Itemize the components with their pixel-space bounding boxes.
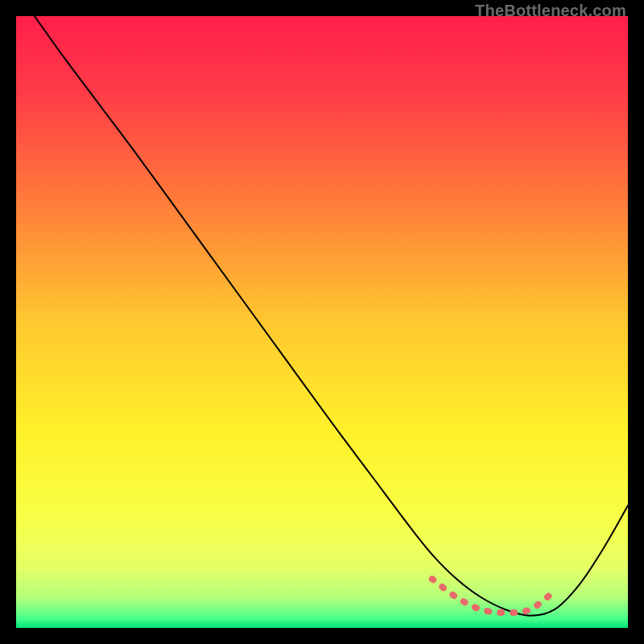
bottleneck-chart: [16, 16, 628, 628]
chart-frame: [16, 16, 628, 628]
watermark-text: TheBottleneck.com: [475, 2, 626, 20]
chart-background: [16, 16, 628, 628]
